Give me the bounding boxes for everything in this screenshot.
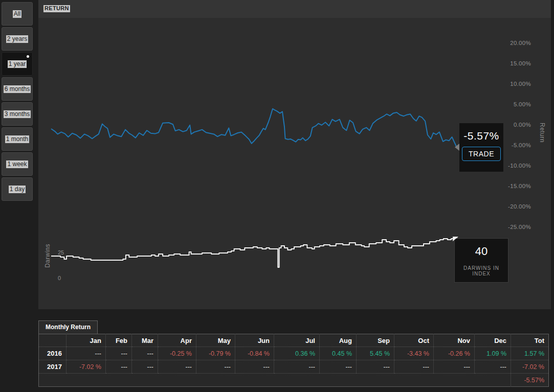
column-header-aug: Aug xyxy=(320,334,357,347)
month-return-cell: -3.43 % xyxy=(394,347,434,360)
column-header-dec: Dec xyxy=(475,334,511,347)
page: All2 years1 year6 months3 months1 month1… xyxy=(0,0,554,392)
return-y-tick: -25.00% xyxy=(481,224,531,230)
return-y-tick: 20.00% xyxy=(481,40,531,46)
return-axis-label: Return xyxy=(539,123,546,143)
timeframe-button-label: All xyxy=(13,10,21,18)
return-y-tick: 10.00% xyxy=(481,81,531,87)
darwins-step-series xyxy=(51,238,457,267)
timeframe-button-label: 1 month xyxy=(5,135,29,143)
month-return-cell: 5.45 % xyxy=(357,347,394,360)
table-row-total: -5.57% xyxy=(39,374,549,387)
month-return-cell: 1.57 % xyxy=(511,347,549,360)
column-header-mar: Mar xyxy=(132,334,158,347)
darwins-count: 40 xyxy=(455,245,508,258)
tab-monthly-return[interactable]: Monthly Return xyxy=(38,320,98,334)
timeframe-button-all[interactable]: All xyxy=(2,2,33,26)
return-tooltip: -5.57% TRADE xyxy=(459,123,504,172)
timeframe-button-label: 1 week xyxy=(6,160,28,168)
timeframe-button-label: 3 months xyxy=(4,110,31,118)
return-chart-panel: RETURN 20.00%15.00%10.00%5.00%0.00%-5.00… xyxy=(38,0,551,309)
row-label: 2017 xyxy=(39,360,67,374)
tab-monthly-return-label: Monthly Return xyxy=(46,324,91,331)
month-return-cell: --- xyxy=(132,360,158,374)
timeframe-button-label: 1 year xyxy=(8,60,27,68)
return-value: -5.57% xyxy=(459,130,503,142)
return-y-tick: -20.00% xyxy=(481,203,531,210)
column-header-feb: Feb xyxy=(106,334,132,347)
month-return-cell: --- xyxy=(132,347,158,360)
month-return-cell: 1.09 % xyxy=(475,347,511,360)
table-row-2017: 2017-7.02 %-----------------------------… xyxy=(39,360,549,374)
month-return-cell: --- xyxy=(274,360,320,374)
return-y-tick: -15.00% xyxy=(481,183,531,189)
month-return-cell: 0.45 % xyxy=(320,347,357,360)
row-label: 2016 xyxy=(39,347,67,360)
darwins-badge-arrow-icon xyxy=(453,237,458,241)
monthly-return-panel: Monthly Return JanFebMarAprMayJunJulAugS… xyxy=(38,320,551,386)
monthly-return-table: JanFebMarAprMayJunJulAugSepOctNovDecTot2… xyxy=(38,334,549,387)
timeframe-button-6-months[interactable]: 6 months xyxy=(2,77,33,101)
month-return-cell: --- xyxy=(475,360,511,374)
column-header-sep: Sep xyxy=(357,334,394,347)
return-y-tick: 5.00% xyxy=(481,101,531,107)
column-header-nov: Nov xyxy=(434,334,475,347)
darwins-badge-label: DARWINS IN INDEX xyxy=(455,265,508,276)
column-header-may: May xyxy=(196,334,235,347)
timeframe-button-1-day[interactable]: 1 day xyxy=(2,177,33,201)
timeframe-button-2-years[interactable]: 2 years xyxy=(2,27,33,51)
month-return-cell: --- xyxy=(106,360,132,374)
month-return-cell: --- xyxy=(235,360,274,374)
month-return-cell: --- xyxy=(67,347,106,360)
timeframe-button-1-year[interactable]: 1 year xyxy=(2,52,33,76)
column-header-jun: Jun xyxy=(235,334,274,347)
month-return-cell: -0.84 % xyxy=(235,347,274,360)
total-return-cell: -5.57% xyxy=(511,374,549,387)
darwins-y-tick: 25 xyxy=(58,249,64,256)
timeframe-button-1-month[interactable]: 1 month xyxy=(2,127,33,151)
month-return-cell: -0.25 % xyxy=(158,347,196,360)
timeframe-button-1-week[interactable]: 1 week xyxy=(2,152,33,176)
month-return-cell: --- xyxy=(357,360,394,374)
column-header-jul: Jul xyxy=(274,334,320,347)
month-return-cell: --- xyxy=(106,347,132,360)
darwins-y-tick: 0 xyxy=(58,275,61,281)
trade-button[interactable]: TRADE xyxy=(462,147,501,161)
darwins-axis-label: Darwins xyxy=(44,244,51,268)
timeframe-button-label: 2 years xyxy=(6,35,28,43)
table-row-2016: 2016----------0.25 %-0.79 %-0.84 %0.36 %… xyxy=(39,347,549,360)
empty-cell xyxy=(67,374,511,387)
column-header-jan: Jan xyxy=(67,334,106,347)
column-header-year xyxy=(39,334,67,347)
column-header-tot: Tot xyxy=(511,334,549,347)
timeframe-sidebar: All2 years1 year6 months3 months1 month1… xyxy=(0,0,38,204)
tooltip-arrow-icon xyxy=(455,144,459,151)
month-return-cell: --- xyxy=(434,360,475,374)
timeframe-button-label: 1 day xyxy=(9,186,26,193)
column-header-oct: Oct xyxy=(394,334,434,347)
column-header-apr: Apr xyxy=(158,334,196,347)
return-line-series xyxy=(51,109,457,148)
month-return-cell: --- xyxy=(394,360,434,374)
selected-dot-icon xyxy=(27,55,29,58)
month-return-cell: --- xyxy=(196,360,235,374)
month-return-cell: -0.26 % xyxy=(434,347,475,360)
month-return-cell: -7.02 % xyxy=(67,360,106,374)
darwins-badge: 40 DARWINS IN INDEX xyxy=(454,238,508,283)
timeframe-button-3-months[interactable]: 3 months xyxy=(2,102,33,126)
month-return-cell: -7.02 % xyxy=(511,360,549,374)
return-y-tick: 15.00% xyxy=(481,60,531,66)
empty-cell xyxy=(39,374,67,387)
month-return-cell: --- xyxy=(158,360,196,374)
timeframe-button-label: 6 months xyxy=(4,85,31,93)
month-return-cell: 0.36 % xyxy=(274,347,320,360)
month-return-cell: -0.79 % xyxy=(196,347,235,360)
month-return-cell: --- xyxy=(320,360,357,374)
